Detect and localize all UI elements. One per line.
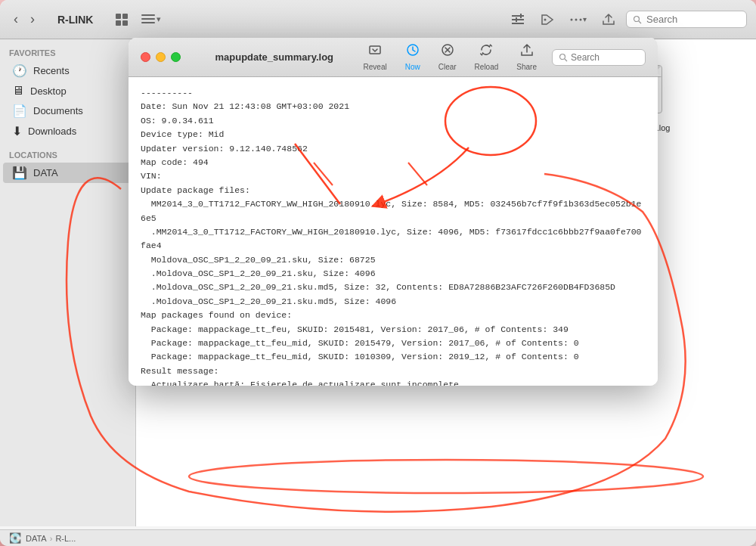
- status-bar: 💽 DATA › R-L...: [0, 529, 756, 546]
- sidebar-item-documents[interactable]: 📄 Documents: [3, 101, 132, 121]
- sidebar-favorites-header: Favorites: [0, 45, 135, 60]
- breadcrumb-data: DATA: [26, 534, 47, 543]
- log-toolbar-actions: Reveal Now Clear Reload: [356, 40, 646, 74]
- svg-point-23: [560, 54, 565, 59]
- clear-icon: [441, 43, 454, 60]
- search-box[interactable]: [626, 11, 747, 28]
- sidebar-item-recents[interactable]: 🕐 Recents: [3, 60, 132, 81]
- log-line: .Moldova_OSC_SP1_2_20_09_21.sku.md5, Siz…: [141, 295, 646, 309]
- nav-buttons: ‹ ›: [9, 10, 39, 29]
- forward-button[interactable]: ›: [26, 10, 39, 29]
- log-line: Date: Sun Nov 21 12:43:08 GMT+03:00 2021: [141, 100, 646, 113]
- log-line: Package: mappackage_tt_feu_mid, SKUID: 2…: [141, 337, 646, 350]
- svg-point-13: [571, 18, 573, 20]
- svg-line-24: [565, 59, 567, 61]
- log-line: OS: 9.0.34.611: [141, 114, 646, 128]
- view-icons: ▾: [111, 11, 166, 29]
- organize-button[interactable]: [507, 11, 530, 29]
- log-viewer-toolbar: mapupdate_summary.log Reveal Now Clear: [129, 38, 658, 77]
- svg-point-15: [580, 18, 582, 20]
- log-line: Actualizare hartă: Fișierele de actualiz…: [141, 378, 646, 386]
- minimize-button[interactable]: [156, 52, 166, 62]
- close-button[interactable]: [141, 52, 150, 62]
- sidebar-item-label: Documents: [33, 105, 83, 116]
- breadcrumb-rlink: R-L...: [55, 534, 76, 543]
- maximize-button[interactable]: [171, 52, 181, 62]
- svg-rect-8: [512, 19, 524, 20]
- log-line: Device type: Mid: [141, 128, 646, 141]
- svg-point-12: [544, 18, 547, 20]
- svg-rect-5: [141, 18, 155, 20]
- list-view-button[interactable]: ▾: [137, 11, 166, 29]
- search-icon: [633, 15, 642, 24]
- svg-rect-11: [516, 17, 517, 22]
- sidebar-item-desktop[interactable]: 🖥 Desktop: [3, 81, 132, 101]
- svg-rect-6: [141, 22, 155, 23]
- log-line: Update package files:: [141, 184, 646, 197]
- hdd-icon: 💽: [9, 532, 21, 544]
- reveal-button[interactable]: Reveal: [356, 40, 395, 74]
- svg-rect-2: [116, 20, 121, 26]
- sidebar-item-downloads[interactable]: ⬇ Downloads: [3, 121, 132, 141]
- sidebar-item-label: Desktop: [30, 85, 67, 97]
- svg-rect-7: [512, 15, 524, 17]
- search-input[interactable]: [646, 14, 737, 25]
- sidebar-item-label: DATA: [33, 167, 58, 178]
- sidebar-item-label: Recents: [33, 65, 70, 76]
- traffic-lights: [141, 52, 181, 62]
- log-line: Package: mappackage_tt_feu, SKUID: 20154…: [141, 323, 646, 337]
- desktop-icon: 🖥: [12, 84, 24, 98]
- recents-icon: 🕐: [12, 64, 27, 78]
- sidebar-item-data[interactable]: 💾 DATA: [3, 163, 132, 183]
- share-log-label: Share: [516, 63, 537, 71]
- back-button[interactable]: ‹: [9, 10, 23, 29]
- tag-button[interactable]: [536, 11, 559, 29]
- svg-point-16: [634, 16, 640, 21]
- log-viewer-panel: mapupdate_summary.log Reveal Now Clear: [129, 38, 658, 386]
- reveal-label: Reveal: [364, 63, 387, 71]
- icon-view-button[interactable]: [111, 11, 134, 29]
- log-line: Moldova_OSC_SP1_2_20_09_21.sku, Size: 68…: [141, 253, 646, 267]
- sidebar-item-label: Downloads: [28, 126, 76, 137]
- svg-line-17: [639, 21, 641, 23]
- log-line: ----------: [141, 86, 646, 100]
- log-line: .Moldova_OSC_SP1_2_20_09_21.sku.md5, Siz…: [141, 281, 646, 294]
- drive-icon: 💾: [12, 166, 27, 180]
- svg-rect-18: [370, 46, 380, 54]
- log-line: Map packages found on device:: [141, 309, 646, 322]
- svg-rect-10: [520, 14, 522, 18]
- reveal-icon: [368, 43, 382, 60]
- log-viewer-title: mapupdate_summary.log: [193, 51, 356, 63]
- log-line: Result message:: [141, 365, 646, 378]
- svg-rect-0: [116, 14, 121, 19]
- log-search[interactable]: [552, 49, 646, 66]
- svg-rect-3: [122, 20, 128, 26]
- log-line: .MM2014_3_0_TT1712_FACTORY_WW_HIGH_20180…: [141, 225, 646, 253]
- log-line: .Moldova_OSC_SP1_2_20_09_21.sku, Size: 4…: [141, 267, 646, 281]
- share-button[interactable]: [597, 11, 620, 29]
- reload-icon: [479, 43, 493, 60]
- log-line: MM2014_3_0_TT1712_FACTORY_WW_HIGH_201809…: [141, 197, 646, 225]
- reload-button[interactable]: Reload: [467, 40, 507, 74]
- svg-rect-9: [512, 23, 524, 24]
- reload-label: Reload: [475, 63, 499, 71]
- documents-icon: 📄: [12, 104, 27, 118]
- downloads-icon: ⬇: [12, 124, 22, 138]
- svg-point-14: [575, 18, 578, 20]
- sidebar: Favorites 🕐 Recents 🖥 Desktop 📄 Document…: [0, 39, 136, 526]
- svg-rect-4: [141, 14, 155, 16]
- breadcrumb: DATA › R-L...: [26, 534, 76, 543]
- clear-button[interactable]: Clear: [431, 40, 464, 74]
- log-search-input[interactable]: [571, 52, 639, 63]
- more-button[interactable]: ▾: [565, 11, 591, 29]
- now-label: Now: [405, 63, 420, 71]
- log-line: Package: mappackage_tt_feu_mid, SKUID: 1…: [141, 350, 646, 364]
- log-search-icon: [559, 53, 568, 62]
- log-line: Map code: 494: [141, 156, 646, 169]
- now-button[interactable]: Now: [398, 40, 428, 74]
- share-log-button[interactable]: Share: [509, 40, 544, 74]
- svg-rect-1: [122, 14, 128, 19]
- log-content: ----------Date: Sun Nov 21 12:43:08 GMT+…: [129, 77, 658, 386]
- sidebar-locations-header: Locations: [0, 147, 135, 163]
- log-line: VIN:: [141, 169, 646, 183]
